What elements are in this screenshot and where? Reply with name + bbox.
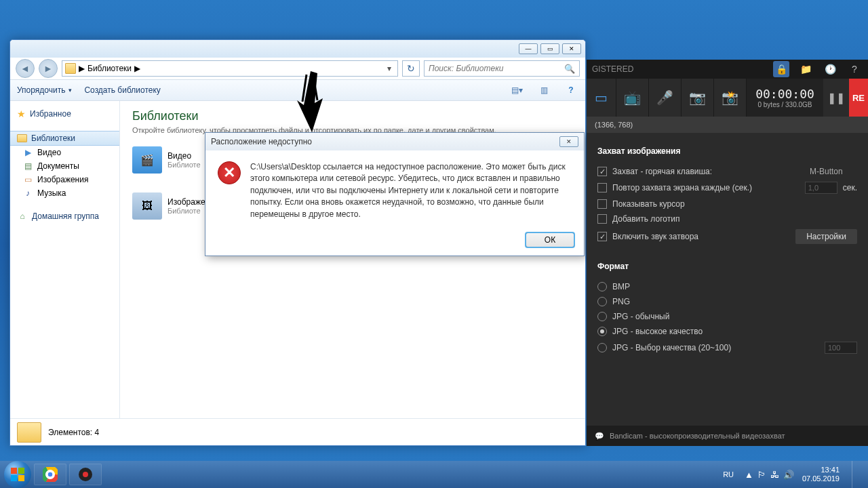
dialog-close-button[interactable]: ✕ xyxy=(559,136,578,147)
document-icon: ▤ xyxy=(22,161,33,171)
screen-mode-button[interactable]: ▭ xyxy=(587,79,616,117)
tray-network-icon[interactable]: 🖧 xyxy=(770,470,779,480)
tray-up-icon[interactable]: ▲ xyxy=(745,470,753,480)
hotkey-label: Захват - горячая клавиша: xyxy=(612,167,804,176)
nav-homegroup[interactable]: ⌂Домашняя группа xyxy=(10,209,119,223)
view-options-button[interactable]: ▤▾ xyxy=(509,83,524,98)
explorer-titlebar[interactable]: — ▭ ✕ xyxy=(10,40,585,58)
folder-open-icon[interactable]: 📁 xyxy=(797,61,814,77)
start-button[interactable] xyxy=(4,461,31,488)
video-icon: ▶ xyxy=(22,148,33,157)
error-dialog: Расположение недоступно ✕ ✕ C:\Users\a\D… xyxy=(205,132,585,256)
breadcrumb-sep: ▶ xyxy=(79,64,85,73)
taskbar-bandicam[interactable] xyxy=(69,464,102,485)
help-icon[interactable]: ? xyxy=(846,61,863,77)
language-indicator[interactable]: RU xyxy=(720,469,736,480)
refresh-button[interactable]: ↻ xyxy=(402,60,420,77)
dialog-message: C:\Users\a\Desktop ссылается на недоступ… xyxy=(250,161,572,220)
format-bmp-label: BMP xyxy=(612,282,630,291)
footer-text: Bandicam - высокопроизводительный видеоз… xyxy=(610,432,785,440)
repeat-checkbox[interactable] xyxy=(597,183,607,192)
bytes-value: 0 bytes / 330.0GB xyxy=(757,101,812,108)
registered-label: GISTERED xyxy=(592,64,633,74)
taskbar-clock[interactable]: 13:41 07.05.2019 xyxy=(802,466,840,483)
status-bar: Элементов: 4 xyxy=(10,418,585,445)
cursor-label: Показывать курсор xyxy=(612,199,857,209)
tray-volume-icon[interactable]: 🔊 xyxy=(783,470,794,480)
bandicam-icon xyxy=(78,467,93,482)
format-jpg-custom-radio[interactable] xyxy=(597,343,607,352)
pause-button[interactable]: ❚❚ xyxy=(823,79,849,117)
search-box[interactable]: 🔍 xyxy=(424,60,580,77)
hdmi-mode-button[interactable]: 📺 xyxy=(616,79,649,117)
format-jpg-normal-radio[interactable] xyxy=(597,312,607,321)
address-row: ◄ ► ▶ Библиотеки ▶ ▾ ↻ 🔍 xyxy=(10,58,585,79)
images-icon: ▭ xyxy=(22,175,33,184)
format-bmp-radio[interactable] xyxy=(597,282,607,291)
nav-images[interactable]: ▭Изображения xyxy=(10,173,119,186)
address-dropdown[interactable]: ▾ xyxy=(384,64,395,73)
camera-mode-button[interactable]: 📸 xyxy=(714,79,747,117)
nav-video[interactable]: ▶Видео xyxy=(10,146,119,159)
shutter-label: Включить звук затвора xyxy=(612,232,790,241)
tray-icons[interactable]: ▲ 🏳 🖧 🔊 xyxy=(745,470,794,480)
format-jpg-high-radio[interactable] xyxy=(597,327,607,336)
repeat-input[interactable] xyxy=(805,182,837,194)
record-button[interactable]: RE xyxy=(849,79,868,117)
organize-menu[interactable]: Упорядочить xyxy=(17,85,72,95)
settings-button[interactable]: Настройки xyxy=(795,229,857,244)
nav-documents[interactable]: ▤Документы xyxy=(10,159,119,173)
maximize-button[interactable]: ▭ xyxy=(540,43,559,54)
taskbar-chrome[interactable] xyxy=(34,464,66,485)
tray-flag-icon[interactable]: 🏳 xyxy=(757,470,766,480)
forward-button[interactable]: ► xyxy=(39,59,58,78)
breadcrumb[interactable]: Библиотеки xyxy=(87,64,132,73)
lock-icon[interactable]: 🔒 xyxy=(773,61,789,77)
webcam-mode-button[interactable]: 📷 xyxy=(682,79,714,117)
preview-pane-button[interactable]: ▥ xyxy=(536,83,551,98)
hotkey-checkbox[interactable] xyxy=(597,167,607,176)
bandicam-titlebar[interactable]: GISTERED 🔒 📁 🕐 ? xyxy=(587,60,868,79)
timer-display: 00:00:00 0 bytes / 330.0GB xyxy=(747,79,823,117)
cursor-checkbox[interactable] xyxy=(597,199,607,209)
taskbar: RU ▲ 🏳 🖧 🔊 13:41 07.05.2019 xyxy=(0,461,868,488)
format-png-radio[interactable] xyxy=(597,297,607,306)
music-icon: ♪ xyxy=(22,188,33,198)
resolution-bar[interactable]: (1366, 768) xyxy=(587,117,868,133)
address-bar[interactable]: ▶ Библиотеки ▶ ▾ xyxy=(62,60,398,77)
search-input[interactable] xyxy=(429,64,564,73)
explorer-toolbar: Упорядочить Создать библиотеку ▤▾ ▥ ? xyxy=(10,79,585,101)
new-library-button[interactable]: Создать библиотеку xyxy=(84,85,160,95)
nav-music[interactable]: ♪Музыка xyxy=(10,186,119,200)
logo-label: Добавить логотип xyxy=(612,214,857,224)
capture-section-title: Захват изображения xyxy=(597,146,857,156)
status-folder-icon xyxy=(17,422,41,443)
bandicam-window: GISTERED 🔒 📁 🕐 ? ▭ 📺 🎤 📷 📸 00:00:00 0 by… xyxy=(587,60,868,446)
clock-icon[interactable]: 🕐 xyxy=(822,61,838,77)
show-desktop-button[interactable] xyxy=(852,461,859,488)
hotkey-value[interactable]: M-Button xyxy=(810,167,857,176)
library-item-video[interactable]: 🎬 ВидеоБиблиоте xyxy=(132,146,201,174)
close-button[interactable]: ✕ xyxy=(562,43,581,54)
ok-button[interactable]: ОК xyxy=(526,232,574,247)
status-text: Элементов: 4 xyxy=(48,428,99,437)
help-button[interactable]: ? xyxy=(564,83,578,98)
video-thumb-icon: 🎬 xyxy=(132,146,162,174)
logo-checkbox[interactable] xyxy=(597,214,607,224)
jpg-quality-input[interactable] xyxy=(825,342,857,354)
clock-date: 07.05.2019 xyxy=(802,474,840,483)
clock-time: 13:41 xyxy=(802,466,840,474)
mic-mode-button[interactable]: 🎤 xyxy=(649,79,682,117)
page-title: Библиотеки xyxy=(132,109,573,123)
nav-libraries[interactable]: Библиотеки xyxy=(10,131,119,146)
shutter-checkbox[interactable] xyxy=(597,232,607,241)
minimize-button[interactable]: — xyxy=(519,43,538,54)
breadcrumb-sep: ▶ xyxy=(134,64,140,73)
homegroup-icon: ⌂ xyxy=(17,211,28,221)
nav-favorites[interactable]: ★Избранное xyxy=(10,106,119,121)
dialog-title: Расположение недоступно xyxy=(211,137,312,146)
dialog-titlebar[interactable]: Расположение недоступно ✕ xyxy=(205,133,584,150)
repeat-label: Повтор захвата экрана каждые (сек.) xyxy=(612,183,800,192)
libraries-icon xyxy=(17,134,27,142)
back-button[interactable]: ◄ xyxy=(16,59,35,78)
